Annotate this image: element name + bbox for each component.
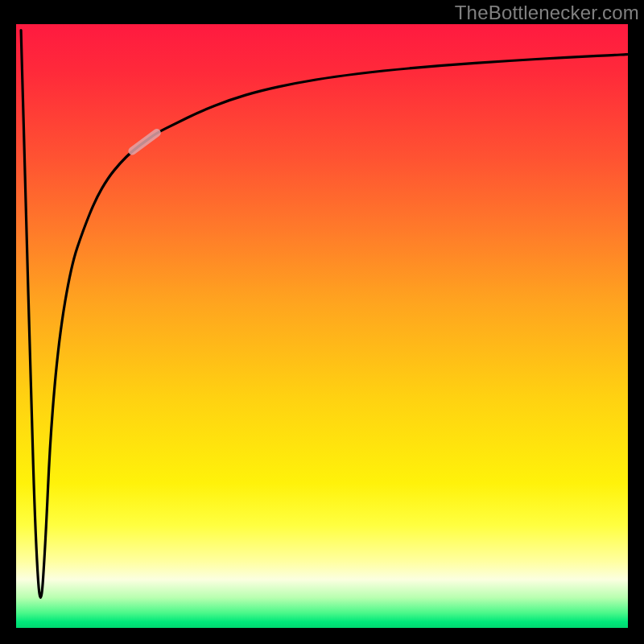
watermark-label: TheBottlenecker.com [455,2,639,24]
bottleneck-curve [16,24,628,628]
chart-plot-area [16,24,628,628]
